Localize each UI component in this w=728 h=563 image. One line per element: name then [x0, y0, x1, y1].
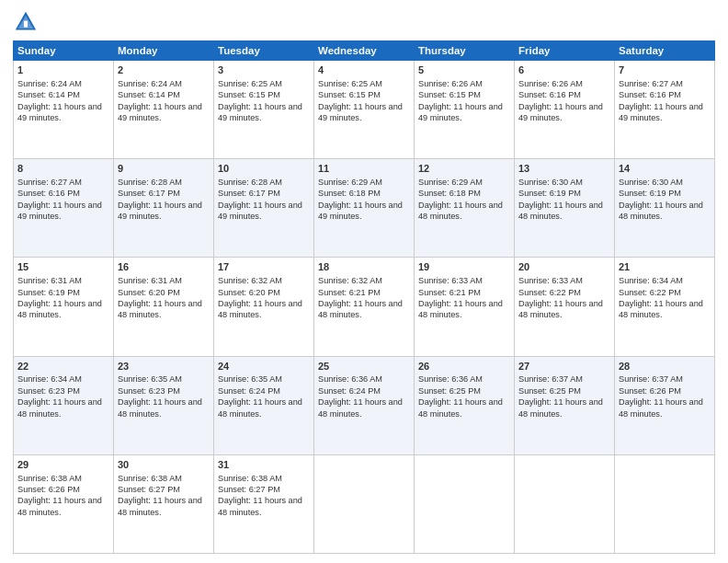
sunrise: Sunrise: 6:33 AM [518, 276, 583, 285]
daylight: Daylight: 11 hours and 48 minutes. [318, 299, 403, 319]
sunset: Sunset: 6:24 PM [318, 386, 381, 396]
sunrise: Sunrise: 6:38 AM [218, 474, 282, 483]
day-number: 14 [619, 162, 711, 176]
day-of-week-header: Saturday [615, 41, 715, 61]
svg-rect-2 [24, 21, 28, 28]
daylight: Daylight: 11 hours and 48 minutes. [118, 397, 202, 418]
daylight: Daylight: 11 hours and 48 minutes. [17, 397, 102, 418]
sunset: Sunset: 6:21 PM [418, 288, 481, 297]
calendar-cell: 17Sunrise: 6:32 AMSunset: 6:20 PMDayligh… [214, 258, 314, 356]
sunrise: Sunrise: 6:36 AM [418, 374, 483, 384]
calendar-cell: 15Sunrise: 6:31 AMSunset: 6:19 PMDayligh… [14, 258, 114, 356]
calendar-cell: 31Sunrise: 6:38 AMSunset: 6:27 PMDayligh… [214, 454, 314, 553]
sunrise: Sunrise: 6:24 AM [118, 79, 182, 88]
day-number: 10 [218, 162, 310, 176]
day-number: 27 [518, 360, 610, 373]
sunset: Sunset: 6:25 PM [418, 386, 481, 396]
sunset: Sunset: 6:17 PM [118, 189, 180, 198]
day-number: 8 [17, 162, 109, 176]
sunrise: Sunrise: 6:37 AM [518, 374, 583, 384]
sunrise: Sunrise: 6:34 AM [619, 276, 683, 285]
daylight: Daylight: 11 hours and 48 minutes. [318, 397, 403, 418]
calendar-cell: 5Sunrise: 6:26 AMSunset: 6:15 PMDaylight… [415, 61, 515, 159]
daylight: Daylight: 11 hours and 49 minutes. [17, 102, 102, 122]
sunset: Sunset: 6:16 PM [518, 90, 581, 99]
daylight: Daylight: 11 hours and 48 minutes. [218, 299, 302, 319]
sunset: Sunset: 6:26 PM [619, 386, 681, 396]
sunrise: Sunrise: 6:30 AM [619, 178, 683, 187]
sunrise: Sunrise: 6:27 AM [17, 178, 82, 187]
sunset: Sunset: 6:23 PM [17, 386, 80, 396]
sunrise: Sunrise: 6:27 AM [619, 79, 683, 88]
calendar-cell: 2Sunrise: 6:24 AMSunset: 6:14 PMDaylight… [114, 61, 214, 159]
sunrise: Sunrise: 6:37 AM [619, 374, 683, 384]
calendar-cell [515, 454, 615, 553]
day-number: 25 [318, 360, 410, 373]
calendar-cell: 1Sunrise: 6:24 AMSunset: 6:14 PMDaylight… [14, 61, 114, 159]
daylight: Daylight: 11 hours and 48 minutes. [418, 201, 503, 221]
daylight: Daylight: 11 hours and 48 minutes. [619, 299, 703, 319]
day-number: 26 [418, 360, 510, 373]
calendar-cell: 19Sunrise: 6:33 AMSunset: 6:21 PMDayligh… [415, 258, 515, 356]
daylight: Daylight: 11 hours and 48 minutes. [218, 397, 302, 418]
daylight: Daylight: 11 hours and 49 minutes. [318, 201, 403, 221]
daylight: Daylight: 11 hours and 49 minutes. [619, 102, 703, 122]
day-number: 7 [619, 63, 711, 77]
day-number: 20 [518, 260, 610, 274]
sunrise: Sunrise: 6:26 AM [518, 79, 583, 88]
day-of-week-header: Monday [114, 41, 214, 61]
daylight: Daylight: 11 hours and 48 minutes. [619, 397, 703, 418]
sunset: Sunset: 6:20 PM [218, 288, 280, 297]
sunrise: Sunrise: 6:33 AM [418, 276, 483, 285]
sunrise: Sunrise: 6:34 AM [17, 374, 82, 384]
daylight: Daylight: 11 hours and 49 minutes. [118, 102, 202, 122]
day-number: 3 [218, 63, 310, 77]
sunset: Sunset: 6:16 PM [17, 189, 80, 198]
sunset: Sunset: 6:15 PM [318, 90, 381, 99]
sunrise: Sunrise: 6:36 AM [318, 374, 382, 384]
calendar-cell [615, 454, 715, 553]
daylight: Daylight: 11 hours and 48 minutes. [17, 299, 102, 319]
calendar-cell: 11Sunrise: 6:29 AMSunset: 6:18 PMDayligh… [314, 159, 415, 258]
day-number: 23 [118, 360, 210, 373]
calendar-cell: 29Sunrise: 6:38 AMSunset: 6:26 PMDayligh… [14, 454, 114, 553]
day-number: 9 [118, 162, 210, 176]
header [13, 9, 715, 35]
day-number: 16 [118, 260, 210, 274]
day-number: 17 [218, 260, 310, 274]
day-number: 6 [518, 63, 610, 77]
daylight: Daylight: 11 hours and 49 minutes. [518, 102, 603, 122]
sunrise: Sunrise: 6:38 AM [118, 474, 182, 483]
sunset: Sunset: 6:19 PM [619, 189, 681, 198]
daylight: Daylight: 11 hours and 48 minutes. [418, 397, 503, 418]
sunrise: Sunrise: 6:28 AM [118, 178, 182, 187]
sunrise: Sunrise: 6:35 AM [118, 374, 182, 384]
calendar-cell: 3Sunrise: 6:25 AMSunset: 6:15 PMDaylight… [214, 61, 314, 159]
daylight: Daylight: 11 hours and 48 minutes. [118, 299, 202, 319]
sunrise: Sunrise: 6:31 AM [17, 276, 82, 285]
sunrise: Sunrise: 6:24 AM [17, 79, 82, 88]
calendar-cell: 27Sunrise: 6:37 AMSunset: 6:25 PMDayligh… [515, 356, 615, 454]
calendar-cell: 26Sunrise: 6:36 AMSunset: 6:25 PMDayligh… [415, 356, 515, 454]
sunrise: Sunrise: 6:29 AM [418, 178, 483, 187]
calendar-cell: 25Sunrise: 6:36 AMSunset: 6:24 PMDayligh… [314, 356, 415, 454]
sunset: Sunset: 6:26 PM [17, 485, 80, 494]
calendar-cell: 8Sunrise: 6:27 AMSunset: 6:16 PMDaylight… [14, 159, 114, 258]
day-number: 12 [418, 162, 510, 176]
sunrise: Sunrise: 6:28 AM [218, 178, 282, 187]
calendar-cell [314, 454, 415, 553]
day-number: 18 [318, 260, 410, 274]
daylight: Daylight: 11 hours and 48 minutes. [118, 496, 202, 516]
day-of-week-header: Sunday [14, 41, 114, 61]
day-number: 4 [318, 63, 410, 77]
calendar-cell: 10Sunrise: 6:28 AMSunset: 6:17 PMDayligh… [214, 159, 314, 258]
day-number: 19 [418, 260, 510, 274]
sunset: Sunset: 6:19 PM [518, 189, 581, 198]
calendar-cell: 4Sunrise: 6:25 AMSunset: 6:15 PMDaylight… [314, 61, 415, 159]
daylight: Daylight: 11 hours and 49 minutes. [17, 201, 102, 221]
daylight: Daylight: 11 hours and 48 minutes. [619, 201, 703, 221]
sunrise: Sunrise: 6:32 AM [318, 276, 382, 285]
sunset: Sunset: 6:24 PM [218, 386, 280, 396]
day-number: 5 [418, 63, 510, 77]
sunset: Sunset: 6:17 PM [218, 189, 280, 198]
